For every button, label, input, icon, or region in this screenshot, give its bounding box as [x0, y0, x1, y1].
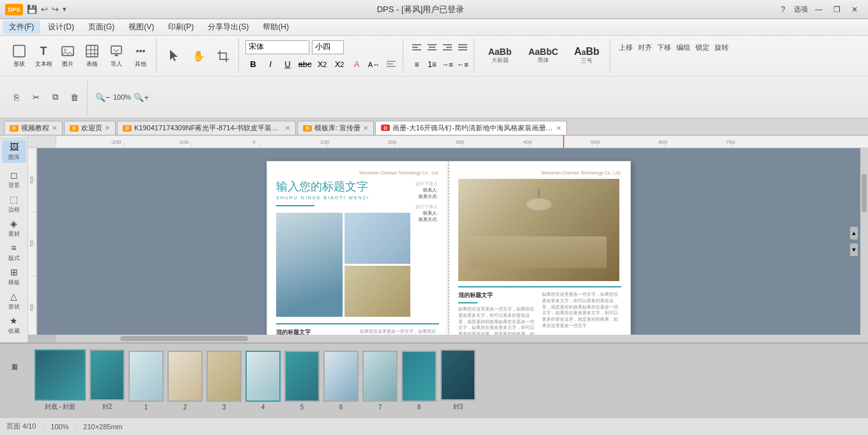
zoom-out-button[interactable]: 🔍− [94, 88, 112, 106]
subscript-button[interactable]: X2 [332, 57, 347, 72]
menu-print[interactable]: 印刷(P) [162, 20, 200, 34]
vertical-scrollbar[interactable] [860, 148, 868, 335]
align-right-button[interactable] [440, 41, 454, 55]
font-color-button[interactable]: A [349, 57, 364, 72]
align-center-button[interactable] [425, 41, 439, 55]
living-room-image[interactable] [458, 179, 619, 281]
font-size-input[interactable] [312, 40, 344, 54]
sidebar-tool-shape[interactable]: △ 形状 [2, 289, 26, 312]
tab-template[interactable]: D 模板库: 宣传册 ✕ [297, 121, 374, 135]
canvas-area[interactable]: Shenzhen Chuman Technology Co., Ltd. 输入您… [37, 148, 860, 335]
menu-design[interactable]: 设计(D) [42, 20, 81, 34]
qs-black[interactable]: AaBbC 黑体 [524, 46, 562, 66]
help-icon[interactable]: ? [775, 3, 791, 16]
italic-button[interactable]: I [263, 57, 278, 72]
cut-button[interactable]: ✂ [27, 88, 45, 106]
thumb-p5[interactable]: 5 [284, 351, 320, 411]
thumb-p6[interactable]: 6 [323, 351, 359, 411]
sidebar-tool-service[interactable]: ☺ 客服 [2, 338, 26, 342]
right-page[interactable]: Shenzhen Chuman Technology Co., Ltd. [449, 161, 631, 335]
sidebar-tool-style[interactable]: ≡ 版式 [2, 241, 26, 264]
thumb-p2-num[interactable]: 2 [167, 351, 203, 411]
thumbnail-bar[interactable]: 封底 - 封面 封2 1 [28, 344, 482, 417]
copy-button[interactable]: ⧉ [46, 88, 64, 106]
sidebar-tool-border[interactable]: ⬚ 边框 [2, 192, 26, 215]
bullet-button[interactable]: ≡ [410, 57, 424, 72]
sidebar-tool-library[interactable]: 🖼 图库 [2, 140, 26, 163]
sidebar-tool-background[interactable]: ◻ 背景 [2, 168, 26, 191]
justify-button[interactable] [456, 41, 470, 55]
tab-video[interactable]: D 视频教程 ✕ [4, 121, 63, 135]
font-name-input[interactable] [245, 40, 309, 54]
crop-button[interactable] [212, 42, 235, 70]
indent-decrease-button[interactable]: ←≡ [456, 57, 470, 72]
page-title-cn[interactable]: 输入您的标题文字 [276, 179, 369, 194]
zoom-in-button[interactable]: 🔍+ [132, 88, 150, 106]
menu-help[interactable]: 帮助(H) [256, 20, 295, 34]
office-image[interactable] [276, 213, 343, 317]
thumb-p8[interactable]: 8 [401, 351, 437, 411]
options-label[interactable]: 选项 [793, 3, 809, 16]
qs-title[interactable]: AaBb 大标题 [481, 46, 519, 66]
menu-page[interactable]: 页面(G) [82, 20, 121, 34]
pointer-button[interactable] [163, 42, 186, 70]
align-left-button[interactable] [410, 41, 424, 55]
horizontal-scrollbar[interactable] [56, 335, 868, 342]
text-spacing-button[interactable]: A↔ [366, 57, 382, 72]
hscroll-thumb[interactable] [120, 336, 248, 341]
quick-undo-icon[interactable]: ↩ [41, 4, 48, 14]
image-button[interactable]: 图片 [56, 42, 79, 70]
sidebar-tool-template[interactable]: ⊞ 模板 [2, 265, 26, 288]
tab-close-video[interactable]: ✕ [52, 125, 57, 132]
down-level-button[interactable]: 下移 [655, 38, 673, 56]
tab-close-template[interactable]: ✕ [363, 125, 368, 132]
thumb-back-cover[interactable]: 封3 [440, 349, 476, 411]
numbered-button[interactable]: 1≡ [425, 57, 439, 72]
underline-button[interactable]: U [280, 57, 295, 72]
strikethrough-button[interactable]: abc [297, 57, 313, 72]
close-button[interactable]: ✕ [846, 3, 863, 16]
other-button[interactable]: 其他 [129, 42, 152, 70]
thumb-p2-封2[interactable]: 封2 [89, 349, 125, 411]
table-button[interactable]: 表格 [81, 42, 104, 70]
thumb-p7[interactable]: 7 [362, 351, 398, 411]
import-button[interactable]: 导入 [105, 42, 128, 70]
align-obj-button[interactable]: 对齐 [636, 38, 654, 56]
tab-close-doc2[interactable]: ✕ [556, 125, 561, 132]
bedroom-image[interactable] [345, 266, 411, 317]
shape-button[interactable]: 形状 [8, 42, 31, 70]
bold-button[interactable]: B [245, 57, 261, 72]
paste-button[interactable]: ⎘ [8, 88, 26, 106]
sidebar-tool-collect[interactable]: ★ 收藏 [2, 314, 26, 337]
tab-welcome[interactable]: D 欢迎页 ✕ [64, 121, 116, 135]
tab-close-welcome[interactable]: ✕ [105, 125, 110, 132]
hand-button[interactable]: ✋ [187, 42, 210, 70]
up-level-button[interactable]: 上移 [617, 38, 635, 56]
left-page[interactable]: Shenzhen Chuman Technology Co., Ltd. 输入您… [267, 161, 449, 335]
textbox-button[interactable]: T 文本框 [32, 42, 55, 70]
text-align-button[interactable] [384, 57, 399, 72]
thumb-cover-spread[interactable]: 封底 - 封面 [35, 349, 86, 411]
lock-button[interactable]: 锁定 [694, 38, 711, 56]
scroll-up-arrow[interactable]: ▲ [850, 227, 858, 240]
quick-redo-icon[interactable]: ↪ [52, 4, 59, 14]
thumb-p3[interactable]: 3 [206, 351, 242, 411]
thumb-p4[interactable]: 4 [245, 351, 281, 411]
menu-file[interactable]: 文件(F) [3, 20, 40, 34]
indent-increase-button[interactable]: →≡ [440, 57, 454, 72]
rotate-button[interactable]: 旋转 [713, 38, 731, 56]
thumb-p1[interactable]: 1 [128, 351, 164, 411]
menu-view[interactable]: 视图(V) [122, 20, 160, 34]
desk-image[interactable] [345, 213, 411, 264]
tab-close-doc1[interactable]: ✕ [285, 125, 290, 132]
scroll-down-arrow[interactable]: ▼ [850, 243, 858, 256]
qs-size3[interactable]: AaBb 三号 [568, 45, 606, 66]
tab-doc1[interactable]: D K190417174309NF蒋光平-8714-书软皮平装大16开-200页… [117, 121, 296, 135]
superscript-button[interactable]: X2 [314, 57, 330, 72]
minimize-button[interactable]: — [810, 3, 827, 16]
delete-button[interactable]: 🗑 [65, 88, 83, 106]
quick-save-icon[interactable]: 💾 [27, 4, 37, 14]
maximize-button[interactable]: ❐ [828, 3, 845, 16]
vscroll-thumb[interactable] [862, 174, 867, 212]
group-button[interactable]: 编组 [674, 38, 692, 56]
